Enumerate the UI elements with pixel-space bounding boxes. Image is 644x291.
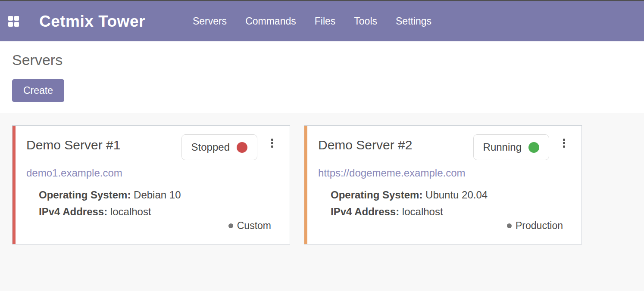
server-link[interactable]: demo1.example.com bbox=[26, 167, 122, 179]
server-name: Demo Server #1 bbox=[26, 134, 120, 152]
kebab-menu-icon[interactable] bbox=[561, 137, 567, 149]
nav-item-files[interactable]: Files bbox=[315, 15, 336, 27]
info-label: IPv4 Address: bbox=[331, 206, 399, 217]
brand-title[interactable]: Cetmix Tower bbox=[39, 12, 145, 31]
status-label: Running bbox=[483, 141, 522, 153]
info-row-os: Operating System: Debian 10 bbox=[39, 186, 275, 203]
tag-badge: Custom bbox=[228, 220, 271, 232]
status-label: Stopped bbox=[191, 141, 230, 153]
page-title: Servers bbox=[12, 52, 632, 68]
info-value: localhost bbox=[110, 206, 151, 217]
status-dot-icon bbox=[237, 142, 247, 153]
main-nav: Servers Commands Files Tools Settings bbox=[193, 15, 431, 27]
app-header: Cetmix Tower Servers Commands Files Tool… bbox=[0, 1, 644, 41]
nav-item-tools[interactable]: Tools bbox=[354, 15, 377, 27]
tag-dot-icon bbox=[228, 223, 233, 228]
kebab-menu-icon[interactable] bbox=[269, 137, 275, 149]
tag-label: Custom bbox=[237, 220, 271, 232]
kanban-area: Demo Server #1 Stopped demo1.example.com… bbox=[0, 114, 644, 291]
info-label: IPv4 Address: bbox=[39, 206, 107, 217]
info-label: Operating System: bbox=[39, 189, 131, 201]
nav-item-settings[interactable]: Settings bbox=[396, 15, 431, 27]
card-top-row: Demo Server #1 Stopped bbox=[26, 134, 275, 160]
server-name: Demo Server #2 bbox=[318, 134, 412, 152]
server-card[interactable]: Demo Server #1 Stopped demo1.example.com… bbox=[12, 125, 290, 245]
server-link[interactable]: https://dogememe.example.com bbox=[318, 167, 466, 179]
server-cards: Demo Server #1 Stopped demo1.example.com… bbox=[12, 125, 632, 245]
apps-grid-icon[interactable] bbox=[8, 16, 19, 27]
server-info: Operating System: Debian 10 IPv4 Address… bbox=[26, 186, 275, 220]
server-info: Operating System: Ubuntu 20.04 IPv4 Addr… bbox=[318, 186, 567, 220]
status-badge: Running bbox=[473, 134, 549, 160]
nav-item-commands[interactable]: Commands bbox=[245, 15, 296, 27]
info-value: Ubuntu 20.04 bbox=[425, 189, 488, 201]
status-badge: Stopped bbox=[181, 134, 257, 160]
info-label: Operating System: bbox=[331, 189, 422, 201]
nav-item-servers[interactable]: Servers bbox=[193, 15, 227, 27]
info-row-ip: IPv4 Address: localhost bbox=[39, 203, 275, 220]
info-row-os: Operating System: Ubuntu 20.04 bbox=[331, 186, 567, 203]
info-value: localhost bbox=[402, 206, 443, 217]
card-color-stripe bbox=[13, 126, 16, 244]
tag-badge: Production bbox=[507, 220, 563, 232]
page-head: Servers Create bbox=[0, 41, 644, 114]
card-color-stripe bbox=[304, 126, 307, 244]
status-dot-icon bbox=[528, 142, 539, 153]
server-card[interactable]: Demo Server #2 Running https://dogememe.… bbox=[304, 125, 582, 245]
tag-dot-icon bbox=[507, 223, 512, 228]
create-button[interactable]: Create bbox=[12, 79, 64, 102]
info-value: Debian 10 bbox=[134, 189, 181, 201]
card-top-row: Demo Server #2 Running bbox=[318, 134, 567, 160]
tag-label: Production bbox=[516, 220, 563, 232]
info-row-ip: IPv4 Address: localhost bbox=[331, 203, 567, 220]
